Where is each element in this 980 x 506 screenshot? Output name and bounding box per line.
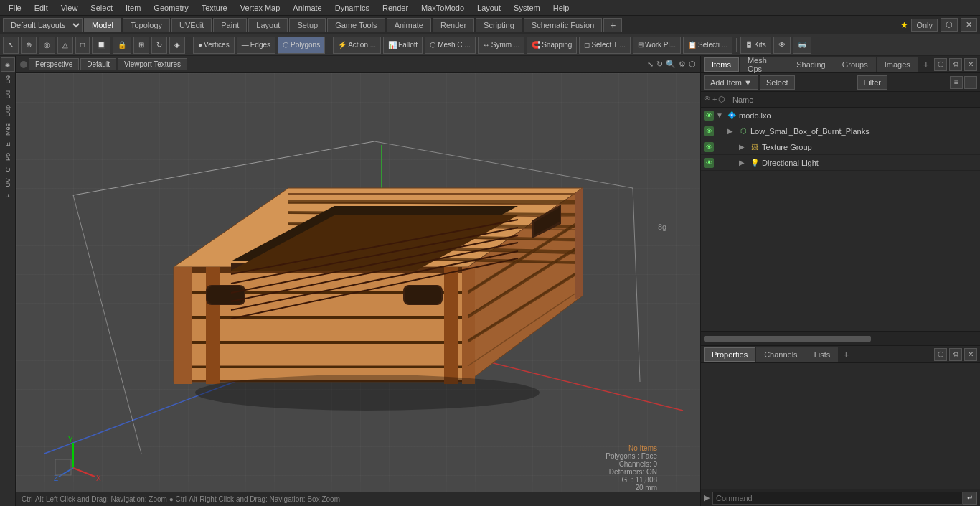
tool-select-t[interactable]: ◻ Select T ... <box>579 37 630 54</box>
sidebar-label-mes[interactable]: Mes <box>3 121 13 139</box>
tab-groups[interactable]: Groups <box>834 57 876 72</box>
viewport-settings-icon[interactable]: ⚙ <box>679 60 686 69</box>
viewport[interactable]: Perspective Default Viewport Textures ⤡ … <box>16 56 700 506</box>
tree-item-mesh[interactable]: 👁 ▶ ⬡ Low_Small_Box_of_Burnt_Planks <box>701 123 980 139</box>
eye-header-plus[interactable]: + <box>712 95 717 104</box>
prop-icon-expand[interactable]: ⬡ <box>934 348 947 361</box>
tool-symmetry[interactable]: ↔ Symm ... <box>478 37 524 54</box>
right-panel-icon-close[interactable]: ✕ <box>964 58 977 71</box>
sidebar-label-dup[interactable]: Dup <box>3 102 13 120</box>
prop-tab-lists[interactable]: Lists <box>806 347 839 362</box>
menu-geometry[interactable]: Geometry <box>148 2 194 14</box>
prop-icon-close[interactable]: ✕ <box>964 348 977 361</box>
items-scroll-bar[interactable] <box>701 331 980 345</box>
right-panel-add-tab[interactable]: + <box>919 57 933 72</box>
layout-tab-topology[interactable]: Topology <box>123 18 170 32</box>
command-run-button[interactable]: ↵ <box>963 492 977 505</box>
tree-item-texture-group[interactable]: 👁 ▶ 🖼 Texture Group <box>701 139 980 155</box>
items-toolbar-icon1[interactable]: ≡ <box>950 76 963 89</box>
layout-tab-render[interactable]: Render <box>433 18 474 32</box>
items-toolbar-icon2[interactable]: — <box>964 76 977 89</box>
tool-grid[interactable]: ⊞ <box>133 37 149 54</box>
tab-items[interactable]: Items <box>704 57 739 72</box>
tool-select-arrow[interactable]: ↖ <box>3 37 19 54</box>
layout-tab-model[interactable]: Model <box>84 18 121 32</box>
menu-texture[interactable]: Texture <box>196 2 233 14</box>
layout-dropdown[interactable]: Default Layouts <box>3 18 83 32</box>
tool-mesh[interactable]: ⬡ Mesh C ... <box>425 37 476 54</box>
tree-eye-2[interactable]: 👁 <box>704 126 714 136</box>
layout-expand-button[interactable]: ⬡ <box>941 18 958 32</box>
tool-lock[interactable]: 🔒 <box>113 37 131 54</box>
sidebar-label-uv[interactable]: UV <box>3 175 13 190</box>
viewport-nav-icon[interactable]: ⤡ <box>647 60 654 69</box>
sidebar-label-f[interactable]: F <box>3 191 13 201</box>
tool-work-plane[interactable]: ⊟ Work Pl... <box>633 37 681 54</box>
layout-tab-gametools[interactable]: Game Tools <box>327 18 385 32</box>
menu-file[interactable]: File <box>3 2 27 14</box>
prop-tab-channels[interactable]: Channels <box>756 347 805 362</box>
tree-eye-3[interactable]: 👁 <box>704 142 714 152</box>
menu-system[interactable]: System <box>508 2 546 14</box>
tool-vr2[interactable]: 🥽 <box>793 37 811 54</box>
scrollbar-thumb[interactable] <box>704 336 871 342</box>
layout-add-tab-button[interactable]: + <box>603 18 622 32</box>
prop-tab-properties[interactable]: Properties <box>704 347 755 362</box>
sidebar-label-e[interactable]: E <box>3 139 13 149</box>
menu-maxtomodo[interactable]: MaxToModo <box>415 2 470 14</box>
sidebar-label-du[interactable]: Du <box>3 88 13 102</box>
tool-vr[interactable]: 👁 <box>773 37 791 54</box>
layout-tab-setup[interactable]: Setup <box>289 18 326 32</box>
viewport-refresh-icon[interactable]: ↻ <box>656 60 663 69</box>
tree-item-directional-light[interactable]: 👁 ▶ 💡 Directional Light <box>701 155 980 171</box>
tool-selection-sets[interactable]: 📋 Selecti ... <box>683 37 732 54</box>
tree-eye-1[interactable]: 👁 <box>704 111 714 121</box>
viewport-shading-label[interactable]: Default <box>80 58 116 70</box>
viewport-texture-label[interactable]: Viewport Textures <box>118 58 187 70</box>
menu-item[interactable]: Item <box>120 2 146 14</box>
viewport-camera-label[interactable]: Perspective <box>29 58 79 70</box>
tool-kits[interactable]: 🎛 Kits <box>740 37 771 54</box>
layout-tab-layout[interactable]: Layout <box>248 18 288 32</box>
tree-expand-4[interactable]: ▶ <box>739 159 748 167</box>
menu-view[interactable]: View <box>55 2 84 14</box>
tool-shield[interactable]: ◈ <box>169 37 185 54</box>
right-panel-icon-settings[interactable]: ⚙ <box>949 58 962 71</box>
menu-animate[interactable]: Animate <box>287 2 327 14</box>
eye-header-minus[interactable]: ⬡ <box>718 95 725 104</box>
items-select-button[interactable]: Select <box>760 75 795 90</box>
menu-help[interactable]: Help <box>547 2 575 14</box>
items-filter-button[interactable]: Filter <box>857 75 887 90</box>
viewport-expand-icon[interactable]: ⬡ <box>689 60 696 69</box>
add-item-button[interactable]: Add Item ▼ <box>704 75 758 90</box>
menu-dynamics[interactable]: Dynamics <box>329 2 375 14</box>
sidebar-label-po[interactable]: Po <box>3 150 13 164</box>
layout-tab-animate[interactable]: Animate <box>387 18 431 32</box>
prop-tab-add[interactable]: + <box>839 347 853 362</box>
tool-transform[interactable]: ⊕ <box>21 37 37 54</box>
tab-shading[interactable]: Shading <box>788 57 833 72</box>
sidebar-label-de[interactable]: De <box>3 72 13 87</box>
menu-select[interactable]: Select <box>85 2 118 14</box>
sidebar-icon-top[interactable]: ◉ <box>1 57 15 72</box>
tree-eye-4[interactable]: 👁 <box>704 158 714 168</box>
tool-action[interactable]: ⚡ Action ... <box>333 37 381 54</box>
tool-falloff[interactable]: 📊 Falloff <box>383 37 423 54</box>
layout-tab-scripting[interactable]: Scripting <box>476 18 522 32</box>
tree-expand-1[interactable]: ▼ <box>716 111 725 119</box>
tab-mesh-ops[interactable]: Mesh Ops <box>740 57 788 72</box>
tool-circle[interactable]: ◎ <box>39 37 55 54</box>
tool-polygons[interactable]: ⬡ Polygons <box>278 37 325 54</box>
tool-edges[interactable]: — Edges <box>237 37 275 54</box>
menu-vertexmap[interactable]: Vertex Map <box>235 2 286 14</box>
viewport-canvas[interactable]: 8g <box>16 73 700 506</box>
viewport-zoom-icon[interactable]: 🔍 <box>666 60 676 69</box>
layout-tab-paint[interactable]: Paint <box>213 18 247 32</box>
tool-triangle[interactable]: △ <box>57 37 73 54</box>
tool-rotate[interactable]: ↻ <box>151 37 167 54</box>
tool-vertices[interactable]: ● Vertices <box>193 37 235 54</box>
tree-item-modolxo[interactable]: 👁 ▼ 💠 modo.lxo <box>701 108 980 123</box>
tool-snapping[interactable]: 🧲 Snapping <box>527 37 577 54</box>
layout-config-button[interactable]: ✕ <box>961 18 977 32</box>
tree-expand-2[interactable]: ▶ <box>727 127 736 135</box>
